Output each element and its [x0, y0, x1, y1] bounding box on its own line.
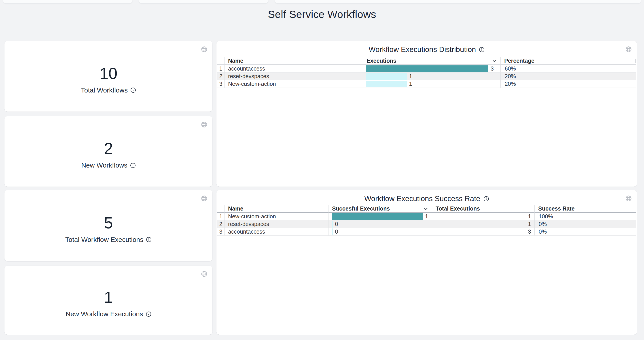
globe-icon[interactable] [201, 121, 208, 128]
value-bar [366, 65, 488, 72]
row-index-header [217, 205, 224, 213]
column-header-name[interactable]: Name [224, 57, 363, 65]
panel-workflow-executions-distribution: Workflow Executions Distribution NameExe… [216, 41, 637, 187]
bar-value-label: 1 [409, 80, 412, 88]
column-header-percentage[interactable]: Percentage [500, 57, 636, 65]
row-index-cell: 3 [217, 80, 224, 88]
success-rate-cell: 0% [534, 220, 636, 228]
row-index-cell: 1 [217, 65, 224, 73]
percentage-cell: 20% [500, 73, 636, 80]
page-title: Self Service Workflows [0, 8, 644, 20]
stat-label: New Workflows [81, 161, 127, 169]
bar-value-label: 1 [409, 73, 412, 80]
stat-label: Total Workflow Executions [65, 236, 144, 243]
row-index-header [217, 57, 224, 65]
name-cell: reset-devspaces [224, 73, 363, 80]
row-index-cell: 3 [217, 228, 224, 236]
stat-card-new-workflow-executions: 1 New Workflow Executions [4, 266, 212, 335]
row-index-cell: 1 [217, 213, 224, 220]
successful-executions-bar-cell: 0 [328, 220, 432, 228]
bar-value-label: 1 [425, 213, 428, 220]
value-bar [332, 213, 423, 220]
percentage-cell: 20% [500, 80, 636, 88]
stat-label: Total Workflows [81, 86, 128, 94]
dashboard-page: Self Service Workflows 10 Total Workflow… [0, 0, 644, 340]
percentage-cell: 60% [500, 65, 636, 73]
value-bar [332, 221, 333, 228]
stat-value: 5 [104, 214, 113, 232]
info-icon[interactable] [146, 237, 152, 242]
name-cell: New-custom-action [224, 80, 363, 88]
total-executions-cell: 1 [432, 220, 534, 228]
globe-icon[interactable] [201, 195, 208, 202]
executions-bar-cell: 1 [363, 80, 500, 88]
column-header-success-rate[interactable]: Success Rate [534, 205, 636, 213]
chevron-down-icon[interactable] [492, 58, 497, 64]
panel-title: Workflow Executions Distribution [369, 45, 476, 54]
row-index-cell: 2 [217, 220, 224, 228]
executions-success-rate-table: NameSuccesful ExecutionsTotal Executions… [217, 205, 636, 236]
info-icon[interactable] [130, 162, 136, 168]
name-cell: New-custom-action [224, 213, 328, 220]
info-icon[interactable] [484, 196, 489, 202]
success-rate-cell: 0% [534, 228, 636, 236]
info-icon[interactable] [146, 311, 152, 317]
globe-icon[interactable] [201, 46, 208, 53]
panel-workflow-executions-success-rate: Workflow Executions Success Rate NameSuc… [216, 190, 637, 335]
executions-bar-cell: 3 [363, 65, 500, 73]
top-partial-card [3, 0, 132, 3]
executions-distribution-table: NameExecutionsPercentage1accountaccess36… [217, 57, 636, 88]
stat-value: 2 [104, 139, 113, 157]
top-partial-card [139, 0, 268, 3]
value-bar [366, 81, 407, 87]
successful-executions-bar-cell: 0 [328, 228, 432, 236]
table-scrollbar[interactable] [635, 59, 636, 63]
value-bar [332, 228, 333, 235]
panel-title: Workflow Executions Success Rate [364, 195, 480, 203]
name-cell: accountaccess [224, 65, 363, 73]
chevron-down-icon[interactable] [423, 206, 429, 212]
executions-bar-cell: 1 [363, 73, 500, 80]
name-cell: reset-devspaces [224, 220, 328, 228]
stat-card-new-workflows: 2 New Workflows [4, 116, 212, 187]
column-header-total-executions[interactable]: Total Executions [432, 205, 534, 213]
value-bar [366, 73, 407, 80]
column-header-name[interactable]: Name [224, 205, 328, 213]
info-icon[interactable] [479, 47, 484, 52]
bar-value-label: 3 [490, 65, 494, 72]
success-rate-cell: 100% [534, 213, 636, 220]
column-header-executions[interactable]: Executions [363, 57, 500, 65]
stat-value: 10 [100, 65, 118, 82]
top-partial-card [275, 0, 641, 3]
successful-executions-bar-cell: 1 [328, 213, 432, 220]
bar-value-label: 0 [335, 228, 338, 235]
stat-card-total-workflows: 10 Total Workflows [4, 41, 212, 112]
info-icon[interactable] [130, 87, 136, 93]
stat-value: 1 [104, 288, 113, 306]
stat-card-total-workflow-executions: 5 Total Workflow Executions [4, 190, 212, 261]
row-index-cell: 2 [217, 73, 224, 80]
column-header-succesful-executions[interactable]: Succesful Executions [328, 205, 432, 213]
globe-icon[interactable] [201, 271, 208, 277]
total-executions-cell: 1 [432, 213, 534, 220]
stat-label: New Workflow Executions [66, 310, 143, 318]
total-executions-cell: 3 [432, 228, 534, 236]
name-cell: accountaccess [224, 228, 328, 236]
bar-value-label: 0 [335, 220, 338, 228]
